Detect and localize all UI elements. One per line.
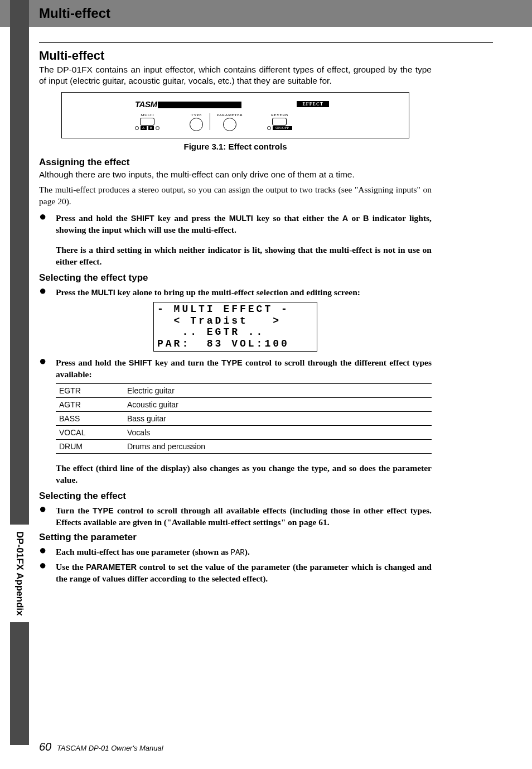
- intro-paragraph: The DP-01FX contains an input effector, …: [39, 64, 432, 86]
- table-row: BASSBass guitar: [56, 412, 432, 426]
- table-code: DRUM: [56, 440, 124, 454]
- setparam-bullet-1: ● Each multi-effect has one parameter (s…: [39, 546, 432, 558]
- lcd-display: - MULTI EFFECT - < TraDist > .. EGTR .. …: [153, 302, 317, 352]
- subheading-selecting-type: Selecting the effect type: [39, 272, 432, 283]
- assigning-bullet-1: ● Press and hold the SHIFT key and press…: [39, 213, 432, 236]
- seleffect-bullet-1-body: Turn the TYPE control to scroll through …: [56, 505, 432, 528]
- seltype-bullet-2-body: Press and hold the SHIFT key and turn th…: [56, 357, 432, 381]
- led-onoff: [267, 126, 271, 130]
- seleffect-bullet-1: ● Turn the TYPE control to scroll throug…: [39, 505, 432, 528]
- section-heading-multi-effect: Multi-effect: [39, 49, 432, 63]
- bullet-icon: ●: [39, 213, 56, 236]
- header-title: Multi-effect: [39, 6, 110, 21]
- assigning-bullet-1-body: Press and hold the SHIFT key and press t…: [56, 213, 432, 236]
- table-code: AGTR: [56, 398, 124, 412]
- figure-effect-controls: TASM EFFECT MULTI A B: [61, 92, 409, 138]
- page-number: 60: [39, 741, 51, 753]
- assigning-follow: There is a third setting in which neithe…: [56, 244, 432, 268]
- multi-label: MULTI: [141, 113, 154, 117]
- chip-onoff: ON/OFF: [273, 126, 292, 130]
- setparam-bullet-1-body: Each multi-effect has one parameter (sho…: [56, 546, 432, 558]
- setparam-bullet-2-body: Use the PARAMETER control to set the val…: [56, 561, 432, 585]
- parameter-knob[interactable]: [223, 118, 236, 131]
- parameter-knob-group: PARAMETER: [217, 113, 243, 131]
- bullet-icon: ●: [39, 546, 56, 558]
- bullet-icon: ●: [39, 357, 56, 381]
- led-a: [135, 126, 139, 130]
- figure-caption: Figure 3.1: Effect controls: [39, 142, 432, 151]
- seltype-bullet-1-body: Press the MULTI key alone to bring up th…: [56, 287, 432, 299]
- type-label: TYPE: [191, 113, 202, 117]
- table-label: Electric guitar: [124, 384, 432, 398]
- knob-divider: [210, 113, 210, 130]
- seltype-bullet-1: ● Press the MULTI key alone to bring up …: [39, 287, 432, 299]
- chip-b: B: [148, 126, 154, 130]
- table-label: Drums and percussion: [124, 440, 432, 454]
- page-footer: 60 TASCAM DP-01 Owner's Manual: [39, 741, 163, 753]
- footer-book-title: TASCAM DP-01 Owner's Manual: [57, 744, 163, 752]
- header-rule: [39, 42, 493, 43]
- parameter-label: PARAMETER: [217, 113, 243, 117]
- tascam-logo: TASM: [135, 99, 241, 109]
- multi-button[interactable]: [140, 118, 154, 126]
- table-row: EGTRElectric guitar: [56, 384, 432, 398]
- multi-button-group: MULTI A B: [135, 113, 159, 130]
- side-tab-dark: [10, 0, 29, 525]
- bullet-icon: ●: [39, 505, 56, 528]
- type-knob[interactable]: [190, 118, 203, 131]
- table-code: VOCAL: [56, 426, 124, 440]
- led-b: [156, 126, 159, 130]
- assigning-p1: Although there are two inputs, the multi…: [39, 169, 432, 180]
- side-tab-dark-bottom: [10, 622, 29, 745]
- type-knob-group: TYPE: [190, 113, 203, 131]
- subheading-assigning: Assigning the effect: [39, 157, 432, 168]
- effect-types-table: EGTRElectric guitar AGTRAcoustic guitar …: [56, 383, 432, 454]
- setparam-bullet-2: ● Use the PARAMETER control to set the v…: [39, 561, 432, 585]
- table-code: BASS: [56, 412, 124, 426]
- reverb-button-group: REVERB ON/OFF: [267, 113, 292, 130]
- seltype-follow: The effect (third line of the display) a…: [56, 463, 432, 486]
- subheading-setting-parameter: Setting the parameter: [39, 532, 432, 543]
- table-row: DRUMDrums and percussion: [56, 440, 432, 454]
- table-code: EGTR: [56, 384, 124, 398]
- subheading-selecting-effect: Selecting the effect: [39, 491, 432, 502]
- table-label: Vocals: [124, 426, 432, 440]
- bullet-icon: ●: [39, 561, 56, 585]
- effect-label: EFFECT: [297, 101, 329, 107]
- reverb-button[interactable]: [272, 118, 287, 126]
- side-tab-label: DP-01FX Appendix: [14, 525, 25, 622]
- reverb-label: REVERB: [271, 113, 288, 117]
- seltype-bullet-2: ● Press and hold the SHIFT key and turn …: [39, 357, 432, 381]
- table-label: Bass guitar: [124, 412, 432, 426]
- header-band: Multi-effect: [0, 0, 532, 27]
- table-row: VOCALVocals: [56, 426, 432, 440]
- chip-a: A: [141, 126, 147, 130]
- table-row: AGTRAcoustic guitar: [56, 398, 432, 412]
- assigning-p2: The multi-effect produces a stereo outpu…: [39, 184, 432, 206]
- table-label: Acoustic guitar: [124, 398, 432, 412]
- bullet-icon: ●: [39, 287, 56, 299]
